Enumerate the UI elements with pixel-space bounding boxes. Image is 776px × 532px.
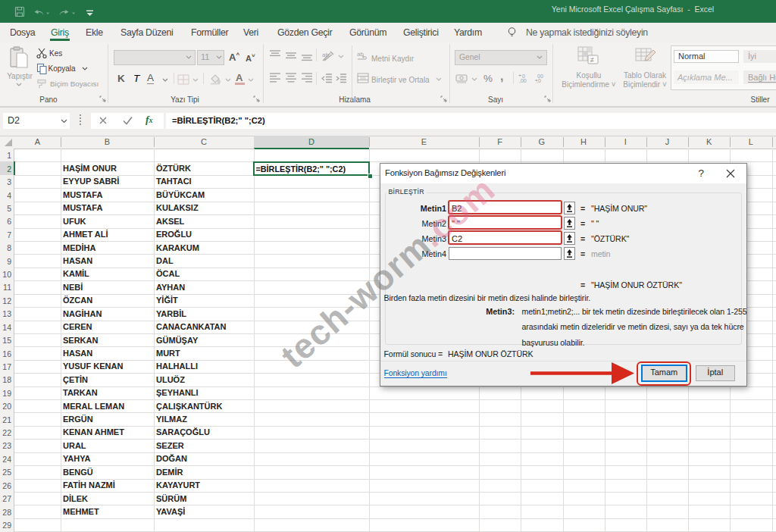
svg-text:≠: ≠ xyxy=(590,56,594,64)
svg-text:ab: ab xyxy=(322,52,329,58)
svg-text:,00: ,00 xyxy=(519,78,527,83)
